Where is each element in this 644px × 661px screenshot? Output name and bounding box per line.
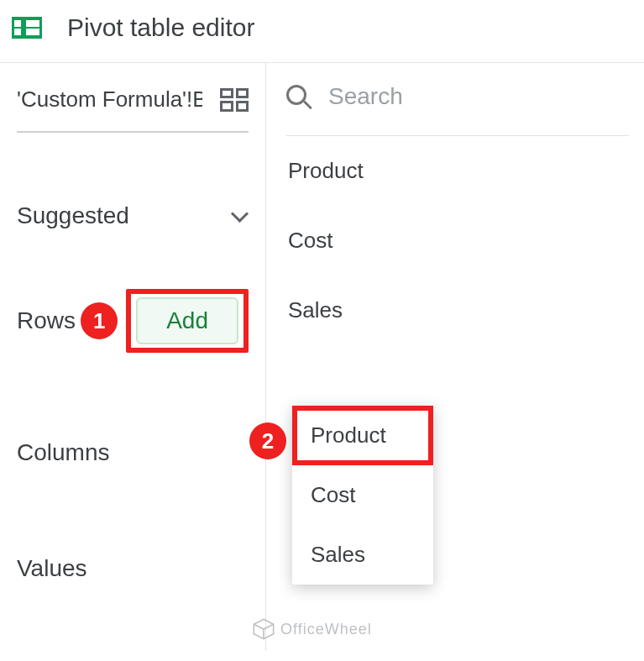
values-section: Values bbox=[17, 544, 249, 593]
rows-label: Rows bbox=[17, 307, 76, 334]
callout-badge-1: 1 bbox=[81, 302, 118, 339]
field-item-product[interactable]: Product bbox=[286, 136, 629, 206]
left-panel: Suggested Rows 1 Add Columns Values Filt… bbox=[0, 63, 266, 651]
rows-add-dropdown: Product Cost Sales bbox=[292, 406, 433, 585]
watermark-text: OfficeWheel bbox=[280, 621, 372, 638]
data-range-row bbox=[17, 87, 249, 133]
watermark: OfficeWheel bbox=[252, 617, 372, 641]
columns-section: Columns bbox=[17, 428, 249, 477]
dropdown-item-cost[interactable]: Cost bbox=[292, 465, 433, 525]
editor-header: Pivot table editor bbox=[0, 0, 644, 62]
data-range-input[interactable] bbox=[17, 87, 202, 113]
search-icon bbox=[286, 85, 310, 108]
dropdown-item-sales[interactable]: Sales bbox=[292, 525, 433, 585]
columns-label: Columns bbox=[17, 439, 109, 466]
rows-add-button[interactable]: Add bbox=[136, 297, 238, 344]
field-item-sales[interactable]: Sales bbox=[286, 275, 629, 345]
callout-badge-2: 2 bbox=[249, 422, 286, 459]
chevron-down-icon bbox=[232, 211, 249, 221]
select-range-icon[interactable] bbox=[220, 88, 249, 112]
editor-title: Pivot table editor bbox=[67, 13, 254, 42]
suggested-section[interactable]: Suggested bbox=[17, 191, 249, 240]
search-input[interactable] bbox=[328, 83, 629, 110]
callout-highlight-1: Add bbox=[126, 289, 249, 353]
suggested-label: Suggested bbox=[17, 202, 129, 229]
field-item-cost[interactable]: Cost bbox=[286, 206, 629, 275]
search-row bbox=[286, 83, 629, 136]
pivot-table-icon bbox=[12, 17, 42, 39]
editor-body: Suggested Rows 1 Add Columns Values Filt… bbox=[0, 63, 644, 651]
rows-section: Rows 1 Add bbox=[17, 289, 249, 353]
watermark-icon bbox=[252, 617, 275, 641]
values-label: Values bbox=[17, 555, 87, 582]
dropdown-item-product[interactable]: Product bbox=[292, 406, 433, 465]
